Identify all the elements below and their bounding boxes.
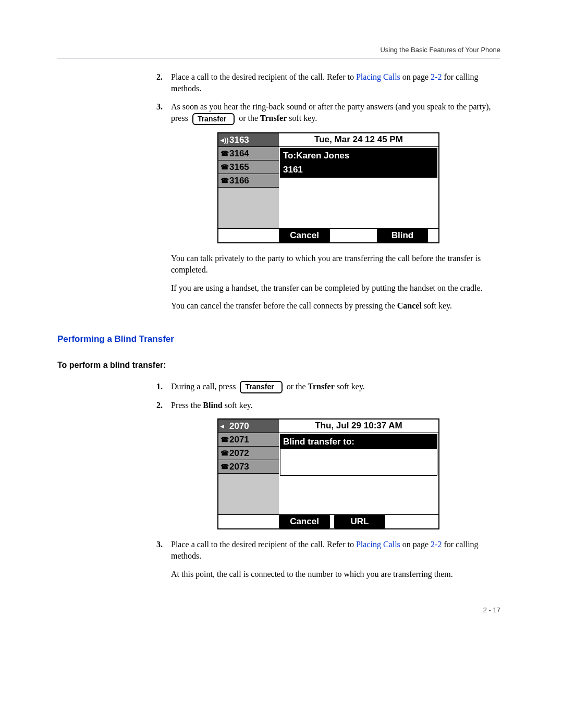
step-text: soft key.: [287, 114, 317, 122]
phone-icon: ☎: [221, 176, 228, 186]
call-number-row: 3161: [280, 163, 437, 177]
step-text: on page: [400, 72, 431, 81]
placing-calls-link[interactable]: Placing Calls: [356, 540, 400, 549]
call-info-box: Blind transfer to:: [280, 434, 437, 476]
line-ext: 3163: [229, 134, 249, 146]
step-number: 1.: [156, 381, 163, 392]
step-2: 2. Press the Blind soft key.: [156, 400, 500, 411]
call-to-row: To:Karen Jones: [280, 149, 437, 163]
line-ext: 2070: [229, 420, 249, 433]
line-key: ☎2073: [218, 460, 279, 474]
step-text: on page: [400, 540, 431, 549]
step-text: During a call, press: [171, 382, 238, 391]
phone-icon: ☎: [221, 149, 228, 158]
phone-screenshot-2: ◂2070 ☎2071 ☎2072 ☎2073 Thu, Jul 29 10:3…: [156, 418, 500, 529]
section-heading-blind-transfer: Performing a Blind Transfer: [57, 333, 500, 346]
paragraph-text: soft key.: [422, 301, 452, 310]
softkey-name: Trnsfer: [260, 114, 287, 122]
step-text: Place a call to the desired recipient of…: [171, 72, 356, 81]
line-ext: 3165: [229, 161, 249, 174]
transfer-key: Transfer: [192, 113, 235, 125]
blind-softkey: Blind: [377, 229, 428, 242]
page-number: 2 - 17: [156, 606, 500, 614]
step-2: 2. Place a call to the desired recipient…: [156, 71, 500, 95]
line-ext: 2071: [229, 434, 249, 446]
phone-icon: ☎: [221, 435, 228, 445]
line-key: ☎2072: [218, 447, 279, 460]
speaker-icon: ◂)): [221, 135, 228, 145]
softkey-name: Trnsfer: [308, 382, 335, 391]
cancel-softkey: Cancel: [279, 515, 330, 528]
phone-screenshot-1: ◂))3163 ☎3164 ☎3165 ☎3166 Tue, Mar 24 12…: [156, 132, 500, 243]
line-key: ☎2071: [218, 433, 279, 447]
speaker-icon: ◂: [221, 422, 228, 431]
step-text: or the: [239, 114, 260, 122]
step-text: Press the: [171, 401, 203, 410]
blind-transfer-row: Blind transfer to:: [280, 435, 437, 449]
step-1: 1. During a call, press Transfer or the …: [156, 381, 500, 393]
screen-datetime: Thu, Jul 29 10:37 AM: [279, 419, 438, 433]
line-key: ☎3165: [218, 161, 279, 174]
paragraph: You can cancel the transfer before the c…: [171, 300, 500, 312]
sub-heading-perform-blind: To perform a blind transfer:: [57, 360, 500, 371]
step-3: 3. Place a call to the desired recipient…: [156, 539, 500, 580]
step-text: or the: [287, 382, 308, 391]
softkey-name: Cancel: [397, 301, 422, 310]
step-number: 2.: [156, 400, 163, 411]
line-key-active: ◂))3163: [218, 133, 279, 147]
step-3: 3. As soon as you hear the ring-back sou…: [156, 101, 500, 125]
url-softkey: URL: [334, 515, 385, 528]
line-key: ☎3164: [218, 147, 279, 161]
header-divider: [57, 58, 500, 58]
line-ext: 3166: [229, 175, 249, 187]
sidebar-filler: [218, 188, 279, 228]
step-text: soft key.: [223, 401, 253, 410]
step-number: 2.: [156, 71, 163, 83]
line-ext: 2072: [229, 447, 249, 460]
page-2-2-link[interactable]: 2-2: [431, 540, 442, 549]
softkey-name: Blind: [203, 401, 222, 410]
step-text: Place a call to the desired recipient of…: [171, 540, 356, 549]
sidebar-filler: [218, 474, 279, 514]
step-text: soft key.: [335, 382, 365, 391]
paragraph: At this point, the call is connected to …: [171, 569, 500, 580]
phone-icon: ☎: [221, 449, 228, 458]
step-number: 3.: [156, 101, 163, 113]
page-2-2-link[interactable]: 2-2: [431, 72, 442, 81]
paragraph-text: You can cancel the transfer before the c…: [171, 301, 397, 310]
placing-calls-link[interactable]: Placing Calls: [356, 72, 400, 81]
paragraph: You can talk privately to the party to w…: [171, 253, 500, 276]
screen-datetime: Tue, Mar 24 12 45 PM: [279, 133, 438, 147]
step-number: 3.: [156, 539, 163, 550]
line-key-active: ◂2070: [218, 419, 279, 433]
page-header: Using the Basic Features of Your Phone: [156, 46, 500, 54]
phone-icon: ☎: [221, 163, 228, 172]
phone-icon: ☎: [221, 462, 228, 472]
call-info-box: To:Karen Jones 3161: [280, 148, 437, 178]
paragraph: If you are using a handset, the transfer…: [171, 282, 500, 294]
cancel-softkey: Cancel: [279, 229, 330, 242]
line-ext: 2073: [229, 461, 249, 473]
line-key: ☎3166: [218, 174, 279, 188]
transfer-key: Transfer: [240, 381, 282, 393]
line-ext: 3164: [229, 147, 249, 160]
